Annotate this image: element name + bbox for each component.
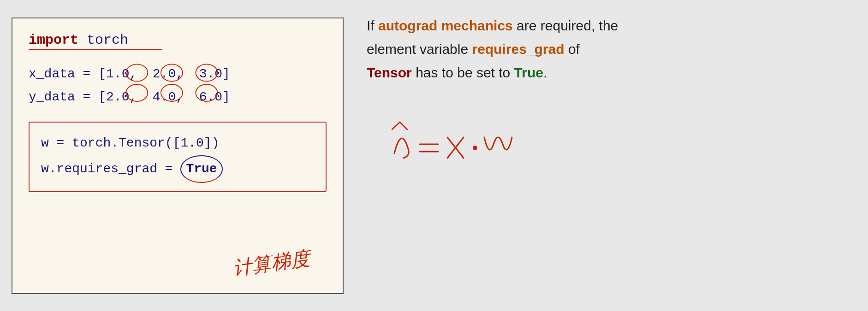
true-highlight: True xyxy=(514,65,543,80)
import-module: torch xyxy=(78,32,128,48)
svg-point-9 xyxy=(473,146,477,150)
tensor-box: w = torch.Tensor([1.0]) w.requires_grad … xyxy=(29,122,327,192)
data-section: x_data = [1.0, 2.0, 3.0] y_data = [2.0, … xyxy=(29,63,327,109)
import-line: import torch xyxy=(29,32,327,48)
tensor-line-1: w = torch.Tensor([1.0]) xyxy=(41,131,314,155)
code-panel: import torch x_data = [1.0, 2.0, 3.0] y_… xyxy=(12,18,344,294)
handwriting-annotation: 计算梯度 xyxy=(227,241,338,279)
requires-grad-highlight: requires_grad xyxy=(472,41,564,57)
formula-svg xyxy=(367,98,560,181)
right-panel: If autograd mechanics are required, the … xyxy=(344,0,868,311)
tensor-line-2: w.requires_grad = True xyxy=(41,155,314,182)
svg-text:计算梯度: 计算梯度 xyxy=(232,247,314,277)
autograd-mechanics-text: autograd mechanics xyxy=(378,18,513,33)
tensor-highlight: Tensor xyxy=(367,65,412,80)
description-text: If autograd mechanics are required, the … xyxy=(367,14,845,84)
y-data-line: y_data = [2.0, 4.0, 6.0] xyxy=(29,86,327,109)
import-keyword: import xyxy=(29,32,78,48)
x-data-line: x_data = [1.0, 2.0, 3.0] xyxy=(29,63,327,86)
formula-area xyxy=(367,98,845,200)
import-underline-decoration xyxy=(29,48,162,50)
import-section: import torch xyxy=(29,32,327,48)
data-lines: x_data = [1.0, 2.0, 3.0] y_data = [2.0, … xyxy=(29,63,327,109)
true-value: True xyxy=(180,155,222,182)
chinese-chars-svg: 计算梯度 xyxy=(227,241,338,277)
